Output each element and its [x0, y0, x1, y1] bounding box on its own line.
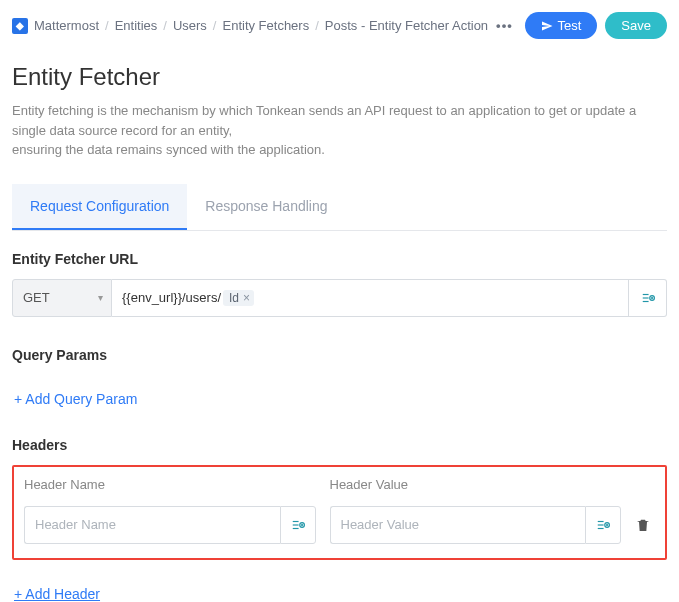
- headers-row-highlight: Header Name Header Value: [12, 465, 667, 560]
- url-input[interactable]: {{env_url}}/users/ Id ×: [112, 279, 629, 317]
- tab-response-handling[interactable]: Response Handling: [187, 184, 345, 230]
- send-icon: [541, 20, 553, 32]
- tabs: Request Configuration Response Handling: [12, 184, 667, 231]
- page-title: Entity Fetcher: [12, 63, 667, 91]
- breadcrumb-item[interactable]: Entities: [115, 18, 158, 33]
- header-name-input[interactable]: [24, 506, 280, 544]
- delete-header-button[interactable]: [635, 517, 655, 544]
- page-description: Entity fetching is the mechanism by whic…: [12, 101, 667, 160]
- test-button[interactable]: Test: [525, 12, 598, 39]
- insert-variable-button[interactable]: [629, 279, 667, 317]
- url-label: Entity Fetcher URL: [12, 251, 667, 267]
- breadcrumb-item[interactable]: Posts - Entity Fetcher Action: [325, 18, 488, 33]
- breadcrumb: ◆ Mattermost / Entities / Users / Entity…: [12, 18, 515, 34]
- insert-field-icon: [291, 518, 305, 532]
- header-value-label: Header Value: [330, 477, 622, 492]
- headers-label: Headers: [12, 437, 667, 453]
- add-query-param-button[interactable]: + Add Query Param: [14, 391, 137, 407]
- remove-chip-icon[interactable]: ×: [243, 291, 250, 305]
- overflow-menu-icon[interactable]: •••: [494, 18, 515, 33]
- insert-field-icon: [596, 518, 610, 532]
- insert-field-icon: [641, 291, 655, 305]
- http-method-select[interactable]: GET ▾: [12, 279, 112, 317]
- header-name-label: Header Name: [24, 477, 316, 492]
- trash-icon: [635, 517, 651, 533]
- breadcrumb-item[interactable]: Entity Fetchers: [222, 18, 309, 33]
- add-header-button[interactable]: + Add Header: [14, 586, 100, 602]
- breadcrumb-item[interactable]: Mattermost: [34, 18, 99, 33]
- breadcrumb-item[interactable]: Users: [173, 18, 207, 33]
- query-params-label: Query Params: [12, 347, 667, 363]
- header-value-input[interactable]: [330, 506, 586, 544]
- insert-variable-button[interactable]: [280, 506, 316, 544]
- save-button[interactable]: Save: [605, 12, 667, 39]
- insert-variable-button[interactable]: [585, 506, 621, 544]
- app-logo-icon: ◆: [12, 18, 28, 34]
- tab-request-configuration[interactable]: Request Configuration: [12, 184, 187, 230]
- chevron-down-icon: ▾: [98, 292, 103, 303]
- variable-chip[interactable]: Id ×: [223, 290, 254, 306]
